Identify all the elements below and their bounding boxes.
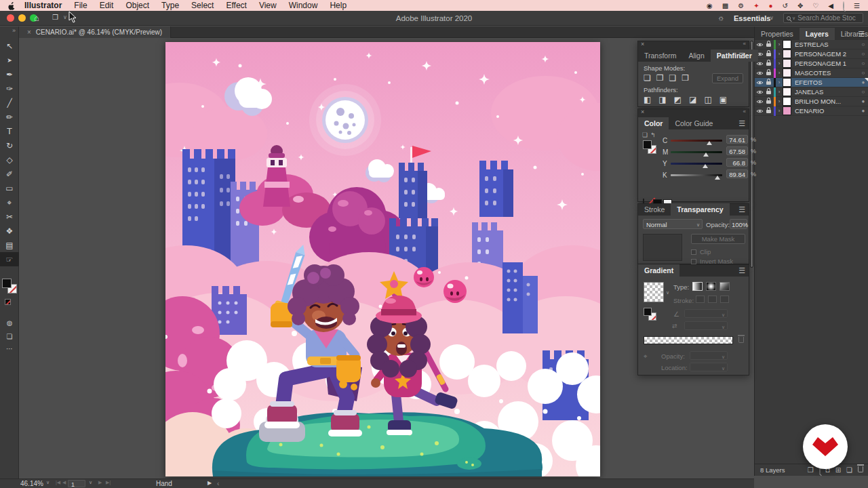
clip-checkbox[interactable]: Clip bbox=[691, 248, 711, 256]
screen-mode-icon[interactable]: ❏ bbox=[0, 333, 19, 340]
layer-row-estrelas[interactable]: › ESTRELAS ○ bbox=[755, 40, 868, 49]
tab-color[interactable]: Color bbox=[638, 117, 669, 129]
unite-icon[interactable]: ❏ bbox=[644, 73, 651, 83]
layer-thumbnail[interactable] bbox=[783, 49, 791, 58]
shape-icon[interactable]: ♡ bbox=[812, 2, 818, 9]
yellow-slider[interactable] bbox=[671, 163, 722, 165]
layer-name[interactable]: EFEITOS bbox=[795, 79, 858, 86]
tab-color-guide[interactable]: Color Guide bbox=[669, 117, 719, 129]
scissors-tool[interactable]: ✂ bbox=[0, 209, 19, 224]
visibility-eye-icon[interactable] bbox=[755, 99, 765, 104]
angle-select[interactable]: ∨ bbox=[684, 309, 728, 318]
visibility-eye-icon[interactable] bbox=[755, 89, 765, 95]
visibility-eye-icon[interactable] bbox=[755, 108, 765, 114]
workspace-chevron-icon[interactable]: ∨ bbox=[770, 15, 774, 21]
layer-row-janelas[interactable]: › JANELAS ○ bbox=[755, 87, 868, 97]
control-center-icon[interactable]: ☰ bbox=[854, 2, 860, 9]
cyan-value-field[interactable]: 74.61 bbox=[726, 135, 748, 144]
stroke-across-icon[interactable] bbox=[720, 296, 729, 303]
pathfinder-panel-header[interactable]: × « bbox=[638, 41, 749, 49]
expand-arrow-icon[interactable]: › bbox=[776, 89, 783, 95]
exclude-icon[interactable]: ❒ bbox=[682, 73, 689, 83]
expand-arrow-icon[interactable]: › bbox=[776, 60, 783, 66]
opacity-stepper-icon[interactable]: › bbox=[745, 221, 747, 227]
stroke-along-icon[interactable] bbox=[708, 296, 717, 303]
layer-name[interactable]: ESTRELAS bbox=[795, 41, 858, 48]
screen-recorder-overlay-button[interactable] bbox=[803, 424, 848, 469]
layer-row-brilho-mon[interactable]: › BRILHO MON... ● bbox=[755, 97, 868, 106]
tab-layers[interactable]: Layers bbox=[800, 28, 835, 40]
layer-thumbnail[interactable] bbox=[783, 106, 791, 115]
rotate-tool[interactable]: ↻ bbox=[0, 138, 19, 152]
screen-record-icon[interactable]: ◉ bbox=[707, 2, 713, 9]
minus-back-icon[interactable]: ▣ bbox=[719, 95, 727, 104]
eraser-tool[interactable]: ◇ bbox=[0, 152, 19, 167]
zoom-level[interactable]: 46.14% bbox=[20, 480, 43, 487]
zoom-chevron-icon[interactable]: ∨ bbox=[46, 480, 50, 485]
delete-stop-icon[interactable] bbox=[738, 337, 744, 343]
curvature-tool[interactable]: ✑ bbox=[0, 81, 19, 96]
crop-icon[interactable]: ◪ bbox=[689, 95, 696, 104]
line-segment-tool[interactable]: ╱ bbox=[0, 96, 19, 110]
target-circle-icon[interactable]: ● bbox=[858, 98, 868, 104]
target-circle-icon[interactable]: ○ bbox=[858, 70, 868, 76]
cyan-slider[interactable] bbox=[671, 140, 722, 142]
draw-mode-icon[interactable]: ◍ bbox=[0, 319, 19, 327]
layer-row-personagem-1[interactable]: › PERSONAGEM 1 ○ bbox=[755, 59, 868, 68]
blend-mode-select[interactable]: Normal ∨ bbox=[643, 219, 703, 229]
panel-menu-icon[interactable]: ☰ bbox=[738, 205, 745, 214]
target-circle-icon[interactable]: ● bbox=[858, 108, 868, 114]
lock-icon[interactable] bbox=[766, 91, 771, 94]
direct-selection-tool[interactable]: ➤ bbox=[0, 53, 19, 67]
layer-thumbnail[interactable] bbox=[783, 68, 791, 77]
freeform-gradient-icon[interactable] bbox=[719, 282, 730, 291]
menu-item-illustrator[interactable]: Illustrator bbox=[18, 1, 68, 10]
target-circle-icon[interactable]: ○ bbox=[858, 60, 868, 66]
close-tab-icon[interactable]: × bbox=[27, 28, 31, 36]
pen-tool[interactable]: ✒ bbox=[0, 67, 19, 81]
panel-menu-icon[interactable]: ☰ bbox=[738, 119, 745, 128]
layer-name[interactable]: PERSONAGEM 1 bbox=[795, 60, 858, 67]
lock-icon[interactable] bbox=[766, 110, 771, 113]
layer-row-cenario[interactable]: › CENARIO ● bbox=[755, 106, 868, 116]
magenta-value-field[interactable]: 67.58 bbox=[726, 146, 748, 155]
visibility-eye-icon[interactable] bbox=[755, 80, 765, 85]
opacity-field[interactable]: 100% bbox=[730, 219, 747, 229]
layer-name[interactable]: MASCOTES bbox=[795, 69, 858, 77]
tab-align[interactable]: Align bbox=[682, 49, 710, 62]
tab-transparency[interactable]: Transparency bbox=[671, 203, 729, 216]
lock-icon[interactable] bbox=[766, 53, 771, 56]
magenta-slider[interactable] bbox=[671, 151, 722, 153]
aspect-ratio-select[interactable]: ∨ bbox=[684, 321, 728, 330]
time-machine-icon[interactable]: ↺ bbox=[783, 2, 788, 9]
fill-color-swatch[interactable] bbox=[643, 140, 652, 149]
fill-swatch[interactable] bbox=[2, 279, 12, 288]
layer-thumbnail[interactable] bbox=[783, 78, 791, 87]
trim-icon[interactable]: ◨ bbox=[658, 95, 666, 104]
outline-icon[interactable]: ◫ bbox=[704, 95, 711, 104]
status-dot-icon[interactable]: ● bbox=[769, 2, 773, 9]
collect-for-export-icon[interactable]: ❐ bbox=[808, 466, 814, 474]
app-grid-icon[interactable]: ▩ bbox=[722, 2, 728, 9]
none-color-mini-swatch[interactable] bbox=[5, 299, 11, 305]
close-panel-icon[interactable]: × bbox=[641, 108, 644, 115]
rectangle-tool[interactable]: ▭ bbox=[0, 181, 19, 195]
last-artboard-icon[interactable]: ▶| bbox=[106, 480, 111, 485]
spotlight-icon[interactable] bbox=[843, 2, 844, 9]
search-input[interactable] bbox=[797, 14, 856, 22]
artboard-number-field[interactable]: 1 bbox=[68, 480, 85, 487]
swap-colors-icon[interactable]: ↰ bbox=[650, 131, 656, 138]
layer-thumbnail[interactable] bbox=[783, 87, 791, 96]
gradient-preset-chevron-icon[interactable]: ∨ bbox=[666, 290, 669, 296]
menu-item-file[interactable]: File bbox=[68, 1, 93, 10]
workspace-switcher[interactable]: Essentials bbox=[734, 14, 770, 22]
yellow-value-field[interactable]: 66.8 bbox=[726, 158, 748, 167]
layer-thumbnail[interactable] bbox=[783, 40, 791, 49]
expand-arrow-icon[interactable]: › bbox=[776, 79, 783, 85]
panel-menu-icon[interactable]: ☰ bbox=[858, 30, 865, 39]
black-value-field[interactable]: 89.84 bbox=[726, 169, 748, 178]
target-circle-icon[interactable]: ○ bbox=[858, 89, 868, 95]
next-artboard-icon[interactable]: ▶ bbox=[98, 480, 102, 485]
layer-thumbnail[interactable] bbox=[783, 59, 791, 68]
cyan-slider-knob[interactable] bbox=[707, 141, 712, 145]
